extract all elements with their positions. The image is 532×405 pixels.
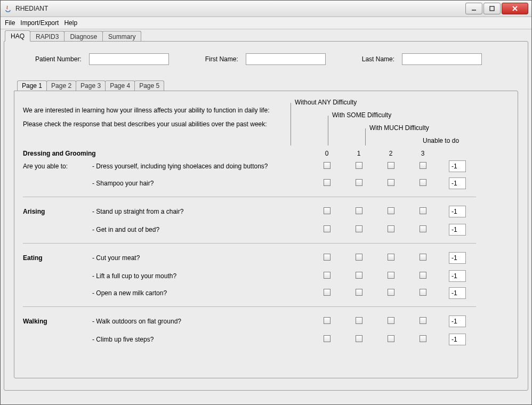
eating-q3-cb1[interactable] [356, 289, 362, 296]
menu-import-export[interactable]: Import/Export [20, 19, 59, 27]
dressing-q2: - Shampoo your hair? [92, 180, 311, 187]
window-title: RHEDIANT [15, 5, 464, 12]
tab-haq[interactable]: HAQ [5, 30, 30, 42]
walking-q1-cb0[interactable] [324, 317, 331, 324]
intro-line-2: Please check the response that best desc… [23, 120, 307, 128]
app-window: RHEDIANT File Import/Export Help HAQ RAP… [0, 0, 532, 405]
eating-q2-score[interactable]: -1 [449, 270, 466, 282]
arising-q2-cb1[interactable] [356, 225, 362, 232]
arising-q2-score[interactable]: -1 [449, 224, 466, 236]
haq-grid: We are interested in learning how your i… [23, 99, 509, 345]
dressing-q2-cb2[interactable] [388, 179, 394, 186]
last-name-input[interactable] [402, 53, 482, 65]
section-walking-title: Walking [23, 318, 92, 325]
dressing-q1: - Dress yourself, including tying shoela… [92, 163, 311, 170]
dressing-q2-cb1[interactable] [356, 179, 362, 186]
tab-diagnose[interactable]: Diagnose [64, 31, 103, 42]
eating-q2: - Lift a full cup to your mouth? [92, 272, 311, 280]
diff-without-any: Without ANY Difficulty [295, 99, 357, 106]
arising-q2: - Get in and out of bed? [92, 226, 311, 233]
section-eating-title: Eating [23, 254, 92, 262]
dressing-q1-score[interactable]: -1 [449, 160, 466, 172]
eating-q2-cb0[interactable] [324, 272, 331, 279]
dressing-q2-cb0[interactable] [324, 179, 331, 186]
minimize-button[interactable] [465, 3, 482, 14]
eating-q1-cb3[interactable] [420, 254, 426, 261]
walking-q2-score[interactable]: -1 [449, 334, 466, 345]
walking-q1-cb1[interactable] [356, 317, 362, 324]
col-header-1: 1 [343, 150, 375, 157]
section-arising-title: Arising [23, 208, 92, 215]
tab-page-3[interactable]: Page 3 [76, 80, 106, 91]
arising-q2-cb0[interactable] [324, 225, 331, 232]
col-header-0: 0 [311, 150, 343, 157]
eating-q1-score[interactable]: -1 [449, 252, 466, 264]
maximize-button[interactable] [483, 3, 501, 14]
close-button[interactable] [502, 3, 528, 14]
arising-q1-score[interactable]: -1 [449, 206, 466, 217]
diff-unable: Unable to do [423, 137, 459, 144]
eating-q1-cb2[interactable] [388, 254, 394, 261]
titlebar: RHEDIANT [1, 1, 531, 17]
tab-summary[interactable]: Summary [102, 31, 141, 42]
eating-q2-cb1[interactable] [356, 272, 362, 279]
difficulty-header: Without ANY Difficulty With SOME Difficu… [311, 99, 476, 141]
svg-rect-1 [490, 6, 494, 11]
eating-q3-cb0[interactable] [324, 289, 331, 296]
dressing-q2-score[interactable]: -1 [449, 177, 466, 189]
tab-rapid3[interactable]: RAPID3 [30, 31, 65, 42]
tab-page-4[interactable]: Page 4 [105, 80, 135, 91]
eating-q2-cb3[interactable] [420, 272, 426, 279]
arising-q2-cb2[interactable] [388, 225, 394, 232]
eating-q3: - Open a new milk carton? [92, 289, 311, 297]
tab-page-2[interactable]: Page 2 [46, 80, 76, 91]
walking-q2-cb1[interactable] [356, 335, 362, 342]
col-header-3: 3 [407, 150, 439, 157]
dressing-q1-cb0[interactable] [324, 162, 331, 169]
first-name-input[interactable] [246, 53, 326, 65]
arising-q1-cb1[interactable] [356, 207, 362, 214]
menu-help[interactable]: Help [64, 19, 77, 27]
arising-q2-cb3[interactable] [420, 225, 426, 232]
dressing-q1-cb2[interactable] [388, 162, 394, 169]
java-icon [4, 4, 12, 13]
walking-q2-cb3[interactable] [420, 335, 426, 342]
intro-line-1: We are interested in learning how your i… [23, 107, 307, 114]
walking-q2: - Climb up five steps? [92, 336, 311, 343]
menu-file[interactable]: File [5, 19, 15, 27]
walking-q2-cb0[interactable] [324, 335, 331, 342]
arising-q1-cb0[interactable] [324, 207, 331, 214]
walking-q2-cb2[interactable] [388, 335, 394, 342]
diff-with-some: With SOME Difficulty [332, 111, 391, 119]
eating-q1-cb1[interactable] [356, 254, 362, 261]
col-header-2: 2 [375, 150, 407, 157]
page-1-pane: We are interested in learning how your i… [14, 91, 518, 378]
walking-q1: - Walk outdoors on flat ground? [92, 318, 311, 325]
arising-q1: - Stand up straight from a chair? [92, 208, 311, 215]
eating-q3-cb2[interactable] [388, 289, 394, 296]
eating-q1-cb0[interactable] [324, 254, 331, 261]
tab-page-5[interactable]: Page 5 [134, 80, 164, 91]
arising-q1-cb3[interactable] [420, 207, 426, 214]
tab-page-1[interactable]: Page 1 [17, 80, 47, 91]
main-tabpane: Patient Number: First Name: Last Name: P… [4, 41, 528, 391]
first-name-label: First Name: [205, 55, 238, 63]
eating-q1: - Cut your meat? [92, 254, 311, 262]
dressing-q1-cb1[interactable] [356, 162, 362, 169]
diff-with-much: With MUCH Difficulty [369, 124, 429, 132]
main-tabstrip: HAQ RAPID3 Diagnose Summary [4, 29, 528, 41]
dressing-q1-cb3[interactable] [420, 162, 426, 169]
walking-q1-score[interactable]: -1 [449, 315, 466, 327]
walking-q1-cb3[interactable] [420, 317, 426, 324]
patient-row: Patient Number: First Name: Last Name: [14, 48, 518, 70]
are-you-able-to: Are you able to: [23, 163, 92, 170]
eating-q3-cb3[interactable] [420, 289, 426, 296]
section-dressing-title: Dressing and Grooming [23, 150, 311, 157]
eating-q2-cb2[interactable] [388, 272, 394, 279]
walking-q1-cb2[interactable] [388, 317, 394, 324]
menubar: File Import/Export Help [1, 17, 531, 29]
eating-q3-score[interactable]: -1 [449, 287, 466, 299]
patient-number-input[interactable] [89, 53, 169, 65]
dressing-q2-cb3[interactable] [420, 179, 426, 186]
arising-q1-cb2[interactable] [388, 207, 394, 214]
